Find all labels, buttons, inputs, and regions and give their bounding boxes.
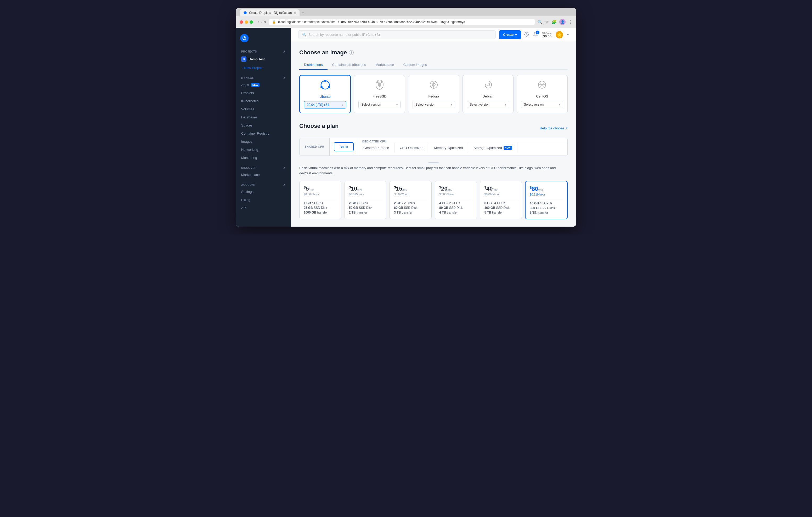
tab-custom-images[interactable]: Custom images — [399, 60, 432, 70]
settings-topbar-icon[interactable] — [524, 32, 529, 38]
notifications-icon[interactable]: 4 — [533, 32, 538, 38]
os-card-centos[interactable]: CentOS Select version ▾ — [517, 75, 568, 113]
svg-point-9 — [378, 83, 381, 87]
tab-distributions[interactable]: Distributions — [299, 60, 327, 70]
search-bar[interactable]: 🔍 Search by resource name or public IP (… — [298, 30, 496, 39]
extensions-icon[interactable]: 🧩 — [551, 20, 557, 25]
fedora-version-select[interactable]: Select version ▾ — [412, 101, 455, 108]
sidebar-item-kubernetes[interactable]: Kubernetes — [236, 97, 291, 105]
tab-marketplace[interactable]: Marketplace — [371, 60, 399, 70]
pricing-card-80[interactable]: $80/mo $0.119/hour 16 GB / 8 CPUs 320 GB… — [525, 181, 568, 219]
dedicated-tabs: General Purpose CPU-Optimized Memory-Opt… — [358, 143, 568, 152]
projects-collapse-icon[interactable]: ∧ — [283, 50, 286, 53]
sidebar-item-networking[interactable]: Networking — [236, 146, 291, 154]
tab-container-distributions[interactable]: Container distributions — [327, 60, 371, 70]
storage-optimized-new-badge: NEW — [503, 146, 512, 150]
image-help-icon[interactable]: ? — [349, 50, 354, 55]
os-card-debian[interactable]: Debian Select version ▾ — [463, 75, 514, 113]
pricing-card-40[interactable]: $40/mo $0.060/hour 8 GB / 4 CPUs 160 GB … — [480, 181, 522, 219]
minimize-window-button[interactable] — [244, 20, 248, 24]
browser-tab[interactable]: Create Droplets - DigitalOcean ✕ — [240, 9, 299, 16]
pricing-card-5[interactable]: $5/mo $0.007/hour 1 GB / 1 CPU 25 GB SSD… — [299, 181, 341, 219]
svg-point-19 — [541, 84, 543, 86]
ubuntu-version-select[interactable]: 20.04 (LTS) x64 ▾ — [304, 101, 346, 109]
traffic-lights — [240, 20, 253, 24]
sidebar-item-demo-test[interactable]: D Demo Test — [236, 54, 291, 64]
account-collapse-icon[interactable]: ∧ — [283, 183, 286, 187]
sidebar-item-spaces[interactable]: Spaces — [236, 121, 291, 129]
sidebar-item-marketplace[interactable]: Marketplace — [236, 171, 291, 179]
plan-tab-storage-optimized[interactable]: Storage-Optimized NEW — [468, 143, 517, 152]
image-section: Choose an image ? Distributions Containe… — [299, 49, 568, 113]
tab-close-button[interactable]: ✕ — [294, 11, 296, 14]
address-bar[interactable]: 🔒 cloud.digitalocean.com/droplets/new?fl… — [269, 19, 535, 25]
spec-5-transfer: 1000 GB transfer — [304, 211, 337, 214]
sidebar-item-container-registry[interactable]: Container Registry — [236, 129, 291, 138]
browser-menu-icon[interactable]: ⋮ — [568, 20, 572, 25]
os-cards: Ubuntu 20.04 (LTS) x64 ▾ — [299, 75, 568, 113]
os-card-fedora[interactable]: Fedora Select version ▾ — [408, 75, 459, 113]
debian-icon — [483, 80, 493, 92]
sidebar-item-monitoring[interactable]: Monitoring — [236, 154, 291, 162]
bookmark-icon[interactable]: ☆ — [545, 20, 549, 25]
search-browser-icon[interactable]: 🔍 — [537, 20, 543, 25]
plan-tab-memory-optimized[interactable]: Memory-Optimized — [429, 143, 468, 152]
usage-block: USAGE $0.00 — [542, 31, 551, 38]
freebsd-chevron-icon: ▾ — [396, 103, 398, 106]
back-button[interactable]: ‹ — [258, 20, 259, 24]
maximize-window-button[interactable] — [250, 20, 253, 24]
shared-cpu-label: SHARED CPU — [299, 138, 329, 155]
os-card-freebsd[interactable]: FreeBSD Select version ▾ — [354, 75, 405, 113]
sidebar-item-billing[interactable]: Billing — [236, 196, 291, 204]
usage-value: $0.00 — [542, 34, 551, 38]
main-area: 🔍 Search by resource name or public IP (… — [291, 28, 576, 226]
user-avatar[interactable]: ⭐ — [556, 31, 563, 38]
svg-point-3 — [526, 33, 527, 35]
create-button[interactable]: Create ▾ — [499, 30, 521, 39]
sidebar-item-databases[interactable]: Databases — [236, 113, 291, 121]
user-avatar-browser[interactable]: 👤 — [559, 19, 566, 25]
plan-container: SHARED CPU Basic DEDICATED CPU — [299, 138, 568, 156]
sidebar-item-droplets[interactable]: Droplets — [236, 89, 291, 97]
sidebar-item-volumes[interactable]: Volumes — [236, 105, 291, 113]
freebsd-version-select[interactable]: Select version ▾ — [358, 101, 401, 108]
projects-section-header: PROJECTS ∧ — [236, 48, 291, 54]
help-me-choose-link[interactable]: Help me choose ↗ — [540, 126, 568, 130]
usage-label: USAGE — [542, 31, 551, 34]
debian-version-select[interactable]: Select version ▾ — [467, 101, 509, 108]
dedicated-cpu-label: DEDICATED CPU — [358, 138, 568, 143]
manage-collapse-icon[interactable]: ∧ — [283, 76, 286, 80]
external-link-icon: ↗ — [565, 126, 568, 130]
pricing-card-15[interactable]: $15/mo $0.022/hour 2 GB / 2 CPUs 60 GB S… — [389, 181, 432, 219]
ubuntu-chevron-icon: ▾ — [342, 103, 343, 107]
search-icon: 🔍 — [302, 33, 306, 37]
user-chevron-icon[interactable]: ▾ — [567, 33, 569, 37]
notification-badge: 4 — [536, 31, 540, 34]
plan-tab-basic[interactable]: Basic — [334, 142, 354, 151]
sidebar-item-new-project[interactable]: + New Project — [236, 64, 291, 72]
spec-80-transfer: 6 TB transfer — [530, 211, 563, 215]
plan-tab-general-purpose[interactable]: General Purpose — [358, 143, 395, 152]
pricing-card-10[interactable]: $10/mo $0.015/hour 2 GB / 1 CPU 50 GB SS… — [345, 181, 387, 219]
os-card-ubuntu[interactable]: Ubuntu 20.04 (LTS) x64 ▾ — [299, 75, 351, 113]
new-tab-button[interactable]: + — [299, 9, 306, 16]
sidebar-item-images[interactable]: Images — [236, 138, 291, 146]
basic-plan-btn-wrapper: Basic — [329, 138, 358, 155]
shared-cpu-group: SHARED CPU Basic — [299, 138, 358, 155]
centos-version-select[interactable]: Select version ▾ — [521, 101, 563, 108]
sidebar-item-api[interactable]: API — [236, 204, 291, 212]
refresh-button[interactable]: ↻ — [263, 20, 266, 24]
fedora-chevron-icon: ▾ — [451, 103, 452, 106]
sidebar-item-apps[interactable]: Apps NEW — [236, 81, 291, 89]
spec-15-disk: 60 GB SSD Disk — [394, 206, 427, 210]
discover-collapse-icon[interactable]: ∧ — [283, 166, 286, 170]
plan-description: Basic virtual machines with a mix of mem… — [299, 165, 568, 176]
forward-button[interactable]: › — [261, 20, 262, 24]
browser-nav: ‹ › ↻ — [258, 20, 266, 24]
pricing-card-20[interactable]: $20/mo $0.030/hour 4 GB / 2 CPUs 80 GB S… — [435, 181, 477, 219]
close-window-button[interactable] — [240, 20, 243, 24]
plan-tab-cpu-optimized[interactable]: CPU-Optimized — [395, 143, 429, 152]
svg-point-11 — [381, 81, 382, 83]
price-20-hourly: $0.030/hour — [439, 193, 472, 196]
sidebar-item-settings[interactable]: Settings — [236, 188, 291, 196]
